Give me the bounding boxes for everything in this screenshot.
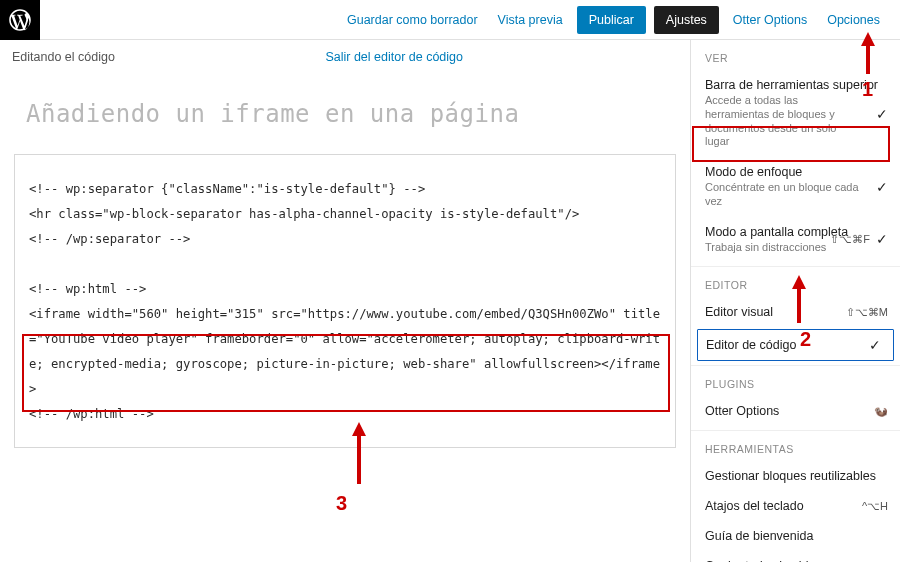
- option-keyboard-shortcuts[interactable]: Atajos del teclado ^⌥H: [691, 491, 900, 521]
- section-plugins: PLUGINS: [691, 366, 900, 396]
- post-title[interactable]: Añadiendo un iframe en una página: [14, 72, 676, 154]
- option-otter[interactable]: Otter Options 🦦: [691, 396, 900, 426]
- option-top-toolbar-label: Barra de herramientas superior: [705, 78, 886, 92]
- exit-code-editor-link[interactable]: Salir del editor de código: [325, 50, 678, 64]
- section-view: VER: [691, 40, 900, 70]
- check-icon: ✓: [876, 179, 888, 195]
- option-welcome-label: Guía de bienvenida: [705, 529, 886, 543]
- options-link[interactable]: Opciones: [817, 5, 890, 35]
- option-visual-label: Editor visual: [705, 305, 773, 319]
- options-dropdown-panel: VER Barra de herramientas superior Acced…: [690, 40, 900, 562]
- publish-button[interactable]: Publicar: [577, 6, 646, 34]
- option-focus-mode-label: Modo de enfoque: [705, 165, 886, 179]
- shortcut-label: ^⌥H: [862, 500, 888, 513]
- option-welcome-guide[interactable]: Guía de bienvenida: [691, 521, 900, 551]
- option-manage-reusable-blocks[interactable]: Gestionar bloques reutilizables: [691, 461, 900, 491]
- check-icon: ✓: [876, 231, 888, 247]
- shortcut-label: ⇧⌥⌘F: [830, 233, 870, 246]
- option-focus-mode-sub: Concéntrate en un bloque cada vez: [705, 181, 886, 209]
- wordpress-logo[interactable]: [0, 0, 40, 40]
- option-top-toolbar[interactable]: Barra de herramientas superior Accede a …: [691, 70, 900, 157]
- check-icon: ✓: [876, 106, 888, 122]
- option-fullscreen[interactable]: Modo a pantalla completa Trabaja sin dis…: [691, 217, 900, 263]
- option-code-label: Editor de código: [706, 338, 796, 352]
- section-editor: EDITOR: [691, 267, 900, 297]
- shortcut-label: ⇧⌥⌘M: [846, 306, 888, 319]
- option-visual-editor[interactable]: Editor visual ⇧⌥⌘M: [691, 297, 900, 327]
- otter-icon: 🦦: [874, 405, 888, 418]
- option-copy-all-blocks[interactable]: Copiar todos los bloques: [691, 551, 900, 562]
- option-shortcuts-label: Atajos del teclado: [705, 499, 804, 513]
- option-manage-blocks-label: Gestionar bloques reutilizables: [705, 469, 886, 483]
- option-otter-label: Otter Options: [705, 404, 779, 418]
- code-editor-textarea[interactable]: <!-- wp:separator {"className":"is-style…: [14, 154, 676, 448]
- otter-options-link[interactable]: Otter Options: [723, 5, 817, 35]
- settings-button[interactable]: Ajustes: [654, 6, 719, 34]
- save-draft-link[interactable]: Guardar como borrador: [337, 5, 488, 35]
- check-icon: ✓: [869, 337, 881, 353]
- preview-link[interactable]: Vista previa: [488, 5, 573, 35]
- editing-code-label: Editando el código: [12, 50, 115, 64]
- option-focus-mode[interactable]: Modo de enfoque Concéntrate en un bloque…: [691, 157, 900, 217]
- section-tools: HERRAMIENTAS: [691, 431, 900, 461]
- option-top-toolbar-sub: Accede a todas las herramientas de bloqu…: [705, 94, 886, 149]
- option-code-editor[interactable]: Editor de código ✓: [697, 329, 894, 361]
